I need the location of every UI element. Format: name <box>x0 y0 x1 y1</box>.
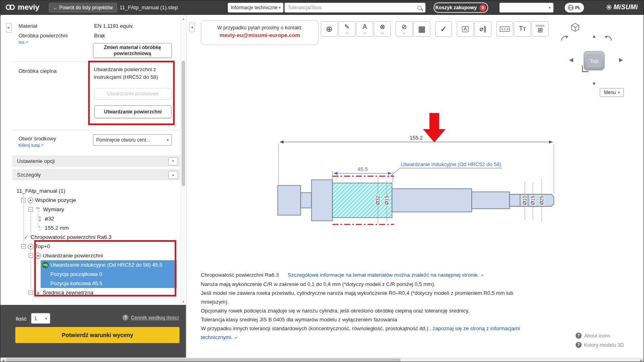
tree-item-outer-diameter[interactable]: − ⌀ Średnica zewnętrzna <box>12 288 181 297</box>
text-button[interactable]: Tт <box>514 21 531 37</box>
confirm-quote-button[interactable]: Potwierdź warunki wyceny <box>15 327 180 343</box>
scroll-down-arrow[interactable]: ▼ <box>181 299 186 304</box>
note-link-text: zapoznaj się ze stroną z informacjami <box>433 325 520 331</box>
roughness-check-button[interactable]: ✓ <box>435 21 452 37</box>
technical-info-link[interactable]: technicznymi. ↗ <box>201 334 237 340</box>
tree-item-end-position[interactable]: Pozycja końcowa 45.5 <box>41 279 177 288</box>
numbering-button[interactable]: 1.2.3 <box>496 21 513 37</box>
viewer-collapse-handle[interactable]: ◀ <box>189 23 195 32</box>
tree-item-roughness[interactable]: ✓ Chropowatość powierzchni Ra6.3 <box>12 232 181 242</box>
search-input[interactable] <box>285 5 417 10</box>
scroll-right-arrow[interactable]: ▶ <box>639 358 644 362</box>
sidebar-collapse-handle[interactable]: ▶ <box>6 23 12 33</box>
through-hardening-button[interactable]: Utwardzanie przelotowe <box>94 88 171 100</box>
tree-item-dimensions[interactable]: − DL↔ Wymiary <box>12 205 181 214</box>
scrollbar-thumb[interactable] <box>6 358 400 362</box>
tree-item-length[interactable]: L↔ 155.2 mm <box>12 223 181 232</box>
six-views-button[interactable]: 6VIEWS ⊞ <box>532 21 549 37</box>
quantity-dropdown[interactable]: 1 ▾ <box>31 313 50 324</box>
cart-button[interactable]: Koszyk zakupowy 0 <box>433 2 488 13</box>
tree-item-start-position[interactable]: Pozycja początkowa 0 <box>41 269 177 279</box>
edit-dimension-button[interactable]: ✎ ↔ <box>339 21 355 37</box>
model-colors-link[interactable]: ? Kolory modelu 3D <box>576 340 624 350</box>
rotate-left-icon[interactable] <box>560 35 569 42</box>
horizontal-scrollbar: ◀ ▶ <box>0 358 644 362</box>
arrow-icon: ↔ <box>402 31 406 34</box>
tree-item-diameter[interactable]: D⌀ ø32 <box>12 214 181 223</box>
collapse-toggle-icon[interactable]: − <box>21 244 26 249</box>
tree-item-surface-hardening[interactable]: − H Utwardzanie powierzchni <box>12 251 181 260</box>
divider <box>12 62 180 62</box>
collapse-section-button[interactable]: ▾ <box>168 157 178 165</box>
face-icon <box>28 244 33 249</box>
pan-left-arrow[interactable]: ◀ <box>569 57 573 63</box>
datum-target-button[interactable]: ⊕ <box>321 21 338 37</box>
pan-down-arrow[interactable]: ▼ <box>592 81 597 86</box>
tolerance-button[interactable]: ⌀∥ <box>475 21 491 37</box>
materials-info-link[interactable]: Szczegółowe informacje na temat materiał… <box>288 272 484 278</box>
delete-dimension-button[interactable]: ⊗ ↔ <box>374 21 391 37</box>
text-dimension-button[interactable]: A ↔ <box>356 21 373 37</box>
ins-link[interactable]: Ins ↗ <box>19 40 28 45</box>
back-to-projects-button[interactable]: ← Powrót do listy projektów <box>49 3 117 12</box>
pattern-button[interactable]: ▦ <box>413 21 430 37</box>
scrollbar-thumb[interactable] <box>182 61 185 186</box>
tree-item-root[interactable]: 11_FAtp_manual (1) <box>12 186 181 195</box>
details-section-header[interactable]: Szczegóły ▴ <box>12 169 180 180</box>
shaft-geometry <box>278 180 554 221</box>
note-text: W przypadku innych tolerancji standardow… <box>201 325 433 331</box>
text-dimension-icon: A <box>363 24 367 30</box>
tree-item-label: Chropowatość powierzchni Ra6.3 <box>31 234 111 240</box>
meviy-logo[interactable]: meviy <box>5 3 39 12</box>
dimension-toolbar: ⊕ ✎ ↔ A ↔ ⊗ ↔ ⊘ ↔ ▦ ✓ <box>321 21 549 37</box>
change-material-button[interactable]: Zmień materiał i obróbkę powierzchniową <box>93 43 172 58</box>
note-line: mniejszym). <box>201 298 575 306</box>
view-cube-icon[interactable] <box>570 23 580 32</box>
filename-label: 11_FAtp_manual (1).step <box>120 4 178 10</box>
technical-info-link[interactable]: zapoznaj się ze stroną z informacjami <box>433 325 520 331</box>
scroll-up-arrow[interactable]: ▲ <box>181 16 186 21</box>
rotate-right-icon[interactable] <box>604 35 613 42</box>
collapse-toggle-icon[interactable]: − <box>29 207 33 212</box>
pan-up-arrow[interactable]: ▲ <box>592 33 597 39</box>
tree-item-induction-hardening[interactable]: HQ Utwardzanie indukcyjne (Od HRC52 do 5… <box>41 260 177 269</box>
tree-item-label: 155.2 mm <box>45 225 69 231</box>
search-icon[interactable] <box>417 6 422 10</box>
chevron-down-icon: ▾ <box>45 317 47 321</box>
misumi-logo-text: MiSUMi <box>613 4 638 11</box>
tree-item-common-positions[interactable]: − Wspólne pozycje <box>12 195 181 205</box>
diameter-label: Ø15 <box>384 195 390 205</box>
surface-treatment-value: Brak <box>94 33 105 39</box>
about-icons-label: About icons <box>584 333 610 339</box>
view-cube[interactable]: Top <box>584 51 605 70</box>
center-hole-link[interactable]: Kliknij tutaj ↗ <box>19 143 43 148</box>
contact-text: W przypadku pytań prosimy o kontakt: <box>201 25 318 31</box>
pricing-by-quantity-link[interactable]: ? Cennik według ilości <box>122 315 179 321</box>
note-line: Tolerancja klasy średniej JIS B 0405 dla… <box>201 315 575 324</box>
collapse-toggle-icon[interactable]: − <box>29 253 33 258</box>
expand-section-button[interactable]: ▴ <box>168 171 178 179</box>
note-line: Naroża mają wykończenie C/R w zakresie o… <box>201 280 575 289</box>
surface-hardening-button[interactable]: Utwardzanie powierzchni <box>94 105 171 118</box>
geometric-tolerance-icon: ⌀∥ <box>479 26 487 32</box>
scroll-left-arrow[interactable]: ◀ <box>0 358 6 362</box>
note-text: Chropowatość powierzchni Ra6.3 <box>201 272 279 278</box>
collapse-toggle-icon[interactable]: − <box>29 290 33 295</box>
pattern-grid-icon: ▦ <box>418 25 426 33</box>
viewer-menu-button[interactable]: Menu ▾ <box>600 88 624 97</box>
datum-label-icon: A <box>462 26 469 32</box>
pan-right-arrow[interactable]: ▶ <box>619 57 623 63</box>
language-button[interactable]: PL <box>565 3 584 12</box>
cart-label: Koszyk zakupowy <box>436 5 477 10</box>
collapse-toggle-icon[interactable]: − <box>21 198 26 202</box>
technical-info-dropdown[interactable]: Informacje techniczne ▾ <box>228 3 283 12</box>
text-note-icon: Tт <box>519 26 526 32</box>
options-section-header[interactable]: Ustawienie opcji ▾ <box>12 156 180 167</box>
tree-item-top0[interactable]: − Top+0 <box>12 242 181 251</box>
view-cube-face[interactable]: Top <box>586 54 602 68</box>
datum-label-button[interactable]: A <box>457 21 474 37</box>
center-hole-dropdown[interactable]: Pominięcie otworu cent... ▾ <box>93 134 172 146</box>
about-icons-link[interactable]: ? About icons <box>576 331 624 340</box>
secondary-dropdown[interactable]: ▾ <box>500 3 553 12</box>
hide-dimension-button[interactable]: ⊘ ↔ <box>396 21 413 37</box>
